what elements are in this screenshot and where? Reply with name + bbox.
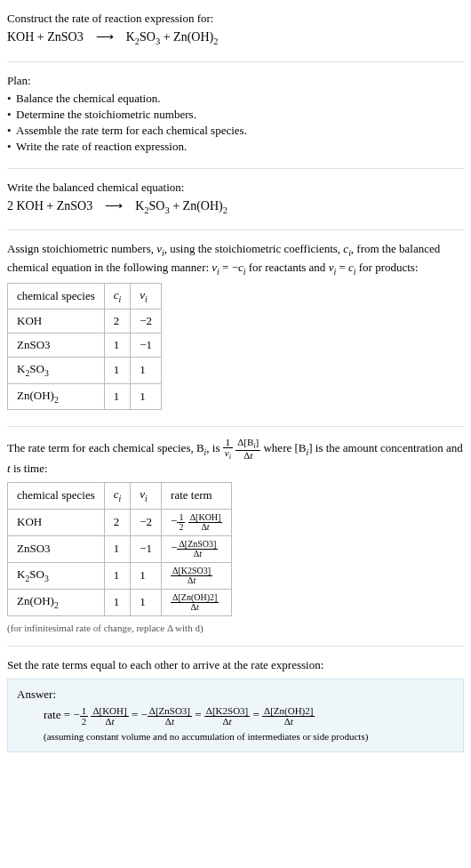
plan-item: •Balance the chemical equation. [7,91,464,107]
cell-species: K2SO3 [8,358,105,383]
table-row: ZnSO3 1 −1 [8,334,162,358]
set-equal-text: Set the rate terms equal to each other t… [7,657,464,673]
cell-rate: −Δ[ZnSO3]Δt [162,535,232,562]
balanced-label: Write the balanced chemical equation: [7,180,464,196]
rate-term-text: The rate term for each chemical species,… [7,438,464,478]
table-row: K2SO3 1 1 [8,358,162,383]
cell-nui: 1 [131,589,162,615]
cell-nui: 1 [131,562,162,589]
table-row: ZnSO3 1 −1 −Δ[ZnSO3]Δt [8,535,232,562]
table-row: KOH 2 −2 −12 Δ[KOH]Δt [8,509,232,535]
cell-ci: 1 [104,562,131,589]
col-species: chemical species [8,483,105,509]
answer-label: Answer: [17,687,454,703]
prompt-section: Construct the rate of reaction expressio… [7,7,464,54]
col-nui: νi [131,483,162,509]
table-header-row: chemical species ci νi rate term [8,483,232,509]
plan-section: Plan: •Balance the chemical equation. •D… [7,69,464,161]
stoich-text: Assign stoichiometric numbers, νi, using… [7,241,464,277]
col-ci: ci [104,483,131,509]
cell-ci: 2 [104,509,131,535]
table-row: Zn(OH)2 1 1 Δ[Zn(OH)2]Δt [8,589,232,615]
rate-term-section: The rate term for each chemical species,… [7,434,464,639]
cell-rate: Δ[K2SO3]Δt [162,562,232,589]
col-rate: rate term [162,483,232,509]
balanced-section: Write the balanced chemical equation: 2 … [7,176,464,223]
cell-nui: −2 [131,309,162,333]
cell-rate: Δ[Zn(OH)2]Δt [162,589,232,615]
cell-species: KOH [8,309,105,333]
cell-ci: 1 [104,334,131,358]
stoich-section: Assign stoichiometric numbers, νi, using… [7,237,464,419]
divider [7,229,464,230]
cell-species: Zn(OH)2 [8,383,105,409]
cell-nui: −1 [131,334,162,358]
plan-list: •Balance the chemical equation. •Determi… [7,91,464,156]
unbalanced-equation: KOH + ZnSO3 ⟶ K2SO3 + Zn(OH)2 [7,28,464,48]
col-species: chemical species [8,283,105,309]
stoich-table: chemical species ci νi KOH 2 −2 ZnSO3 1 … [7,283,162,410]
final-section: Set the rate terms equal to each other t… [7,654,464,756]
cell-ci: 1 [104,358,131,383]
cell-ci: 1 [104,535,131,562]
answer-assumption: (assuming constant volume and no accumul… [44,730,454,743]
plan-item-text: Assemble the rate term for each chemical… [16,124,247,137]
cell-nui: −1 [131,535,162,562]
plan-label: Plan: [7,73,464,89]
cell-ci: 2 [104,309,131,333]
divider [7,646,464,647]
cell-species: ZnSO3 [8,535,105,562]
balanced-equation: 2 KOH + ZnSO3 ⟶ K2SO3 + Zn(OH)2 [7,197,464,217]
cell-nui: 1 [131,383,162,409]
plan-item: •Write the rate of reaction expression. [7,139,464,155]
cell-ci: 1 [104,383,131,409]
cell-ci: 1 [104,589,131,615]
divider [7,168,464,169]
table-row: Zn(OH)2 1 1 [8,383,162,409]
table-header-row: chemical species ci νi [8,283,162,309]
rate-term-table: chemical species ci νi rate term KOH 2 −… [7,482,232,615]
divider [7,61,464,62]
plan-item-text: Balance the chemical equation. [16,92,160,105]
plan-item: •Assemble the rate term for each chemica… [7,123,464,139]
cell-species: KOH [8,509,105,535]
divider [7,426,464,427]
plan-item-text: Determine the stoichiometric numbers. [16,108,196,121]
cell-rate: −12 Δ[KOH]Δt [162,509,232,535]
table-row: K2SO3 1 1 Δ[K2SO3]Δt [8,562,232,589]
cell-species: K2SO3 [8,562,105,589]
plan-item: •Determine the stoichiometric numbers. [7,107,464,123]
answer-box: Answer: rate = −12 Δ[KOH]Δt = −Δ[ZnSO3]Δ… [7,679,464,752]
cell-species: ZnSO3 [8,334,105,358]
cell-species: Zn(OH)2 [8,589,105,615]
col-nui: νi [131,283,162,309]
answer-rate: rate = −12 Δ[KOH]Δt = −Δ[ZnSO3]Δt = Δ[K2… [44,706,454,727]
table-row: KOH 2 −2 [8,309,162,333]
cell-nui: 1 [131,358,162,383]
plan-item-text: Write the rate of reaction expression. [16,140,187,153]
prompt-label: Construct the rate of reaction expressio… [7,11,464,27]
infinitesimal-note: (for infinitesimal rate of change, repla… [7,622,464,635]
cell-nui: −2 [131,509,162,535]
col-ci: ci [104,283,131,309]
